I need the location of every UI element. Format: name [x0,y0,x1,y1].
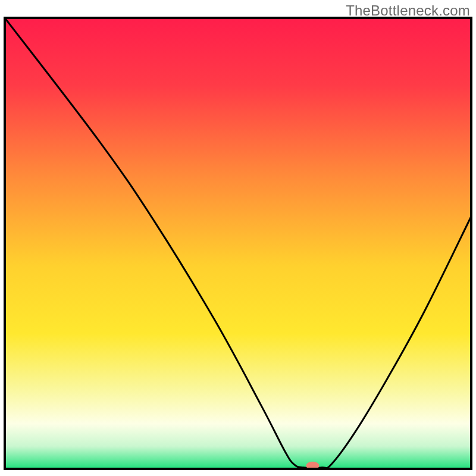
watermark-text: TheBottleneck.com [346,2,470,19]
chart-svg [0,0,476,476]
gradient-background [5,18,471,469]
plot-area [5,18,471,470]
bottleneck-chart: TheBottleneck.com [0,0,476,476]
